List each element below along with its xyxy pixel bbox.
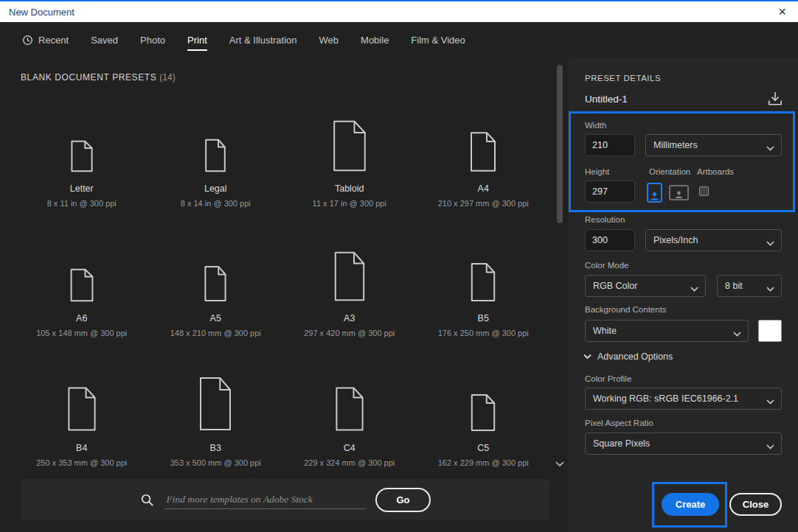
orientation-portrait-icon[interactable]: [647, 183, 662, 203]
preset-letter[interactable]: Letter8 x 11 in @ 300 ppi: [15, 90, 149, 220]
preset-dimensions: 162 x 229 mm @ 300 ppi: [438, 458, 529, 467]
orientation-label: Orientation: [649, 167, 690, 176]
tab-label: Web: [319, 35, 339, 46]
preset-name: A3: [344, 313, 355, 323]
clock-icon: [22, 35, 33, 46]
tab-mobile[interactable]: Mobile: [361, 22, 389, 57]
scroll-down-chevron-icon[interactable]: [555, 457, 565, 470]
height-label: Height: [585, 167, 609, 176]
window-close-button[interactable]: ×: [775, 5, 789, 18]
tab-recent[interactable]: Recent: [22, 22, 69, 57]
resolution-input[interactable]: [585, 229, 635, 251]
document-page-icon: [69, 220, 95, 313]
tab-film-video[interactable]: Film & Video: [411, 22, 465, 57]
template-search-input[interactable]: [164, 491, 365, 509]
width-unit-value: Millimeters: [653, 140, 698, 150]
color-mode-select[interactable]: RGB Color: [585, 275, 706, 297]
tab-web[interactable]: Web: [319, 22, 339, 57]
advanced-options-toggle[interactable]: Advanced Options: [583, 351, 673, 362]
preset-dimensions: 8 x 14 in @ 300 ppi: [181, 199, 251, 208]
preset-a6[interactable]: A6105 x 148 mm @ 300 ppi: [15, 220, 149, 349]
tab-label: Photo: [140, 35, 165, 46]
preset-dimensions: 210 x 297 mm @ 300 ppi: [438, 199, 529, 208]
chevron-down-icon: [766, 238, 774, 248]
preset-name: Letter: [70, 183, 94, 194]
preset-dimensions: 176 x 250 mm @ 300 ppi: [438, 329, 529, 337]
preset-name: A4: [478, 183, 489, 194]
preset-dimensions: 8 x 11 in @ 300 ppi: [47, 199, 117, 208]
preset-name: C5: [477, 443, 489, 453]
preset-tabloid[interactable]: Tabloid11 x 17 in @ 300 ppi: [282, 90, 417, 220]
title-bar: New Document ×: [0, 0, 798, 22]
background-color-swatch[interactable]: [758, 320, 782, 342]
document-page-icon: [469, 220, 497, 313]
tab-bar: RecentSavedPhotoPrintArt & IllustrationW…: [0, 22, 798, 57]
preset-b3[interactable]: B3353 x 500 mm @ 300 ppi: [149, 349, 283, 479]
preset-dimensions: 353 x 500 mm @ 300 ppi: [170, 458, 261, 467]
preset-legal[interactable]: Legal8 x 14 in @ 300 ppi: [149, 90, 283, 220]
preset-a5[interactable]: A5148 x 210 mm @ 300 ppi: [149, 220, 283, 349]
preset-name: B5: [478, 313, 489, 323]
bit-depth-value: 8 bit: [725, 281, 743, 291]
preset-name: A5: [210, 313, 221, 323]
preset-c4[interactable]: C4229 x 324 mm @ 300 ppi: [282, 349, 417, 479]
height-input[interactable]: [585, 181, 635, 203]
tab-saved[interactable]: Saved: [91, 22, 118, 57]
color-profile-value: Working RGB: sRGB IEC61966-2.1: [593, 393, 738, 404]
presets-heading-text: BLANK DOCUMENT PRESETS: [21, 72, 156, 83]
preset-dimensions: 148 x 210 mm @ 300 ppi: [170, 329, 261, 337]
pixel-aspect-ratio-value: Square Pixels: [593, 438, 650, 449]
color-profile-select[interactable]: Working RGB: sRGB IEC61966-2.1: [585, 388, 782, 410]
document-page-icon: [66, 349, 98, 443]
background-contents-value: White: [593, 326, 617, 336]
background-contents-label: Background Contents: [585, 305, 667, 314]
scrollbar-thumb[interactable]: [557, 65, 563, 223]
tab-print[interactable]: Print: [187, 22, 207, 57]
create-button[interactable]: Create: [662, 493, 719, 516]
preset-details-heading: PRESET DETAILS: [585, 74, 661, 83]
advanced-options-label: Advanced Options: [597, 351, 673, 362]
width-label: Width: [585, 121, 606, 130]
preset-a4[interactable]: A4210 x 297 mm @ 300 ppi: [417, 90, 551, 220]
preset-c5[interactable]: C5162 x 229 mm @ 300 ppi: [417, 349, 551, 479]
preset-name: B4: [76, 443, 87, 453]
preset-name: C4: [344, 443, 355, 453]
document-page-icon: [468, 90, 498, 183]
preset-dimensions: 11 x 17 in @ 300 ppi: [313, 199, 386, 208]
background-contents-select[interactable]: White: [585, 320, 749, 342]
width-input[interactable]: [585, 134, 635, 156]
artboards-label: Artboards: [697, 167, 734, 176]
document-page-icon: [332, 220, 367, 313]
presets-area: BLANK DOCUMENT PRESETS(14) Letter8 x 11 …: [0, 57, 568, 532]
preset-dimensions: 105 x 148 mm @ 300 ppi: [36, 329, 127, 337]
chevron-down-icon: [766, 396, 774, 407]
preset-name: B3: [210, 443, 221, 453]
preset-dimensions: 297 x 420 mm @ 300 ppi: [304, 329, 395, 337]
document-page-icon: [69, 90, 94, 183]
color-mode-label: Color Mode: [585, 261, 628, 270]
preset-a3[interactable]: A3297 x 420 mm @ 300 ppi: [282, 220, 417, 349]
resolution-unit-select[interactable]: Pixels/Inch: [645, 229, 782, 251]
orientation-landscape-icon[interactable]: [669, 185, 689, 200]
chevron-down-icon: [766, 284, 774, 294]
bit-depth-select[interactable]: 8 bit: [717, 275, 782, 297]
close-button[interactable]: Close: [729, 493, 782, 516]
tab-label: Film & Video: [411, 35, 465, 46]
pixel-aspect-ratio-select[interactable]: Square Pixels: [585, 433, 782, 455]
artboards-checkbox[interactable]: [699, 186, 709, 196]
save-preset-icon[interactable]: [767, 91, 783, 106]
width-unit-select[interactable]: Millimeters: [645, 134, 782, 156]
resolution-label: Resolution: [585, 215, 625, 224]
template-search-bar: Go: [21, 479, 550, 520]
document-page-icon: [204, 90, 227, 183]
tab-photo[interactable]: Photo: [140, 22, 165, 57]
document-name[interactable]: Untitled-1: [585, 94, 628, 105]
preset-b5[interactable]: B5176 x 250 mm @ 300 ppi: [417, 220, 551, 349]
preset-dimensions: 229 x 324 mm @ 300 ppi: [304, 458, 395, 467]
tab-art-illustration[interactable]: Art & Illustration: [229, 22, 297, 57]
preset-b4[interactable]: B4250 x 353 mm @ 300 ppi: [15, 349, 149, 479]
search-icon: [140, 493, 154, 507]
go-button[interactable]: Go: [375, 488, 430, 512]
tab-label: Print: [187, 35, 207, 46]
chevron-down-icon: [690, 284, 698, 294]
